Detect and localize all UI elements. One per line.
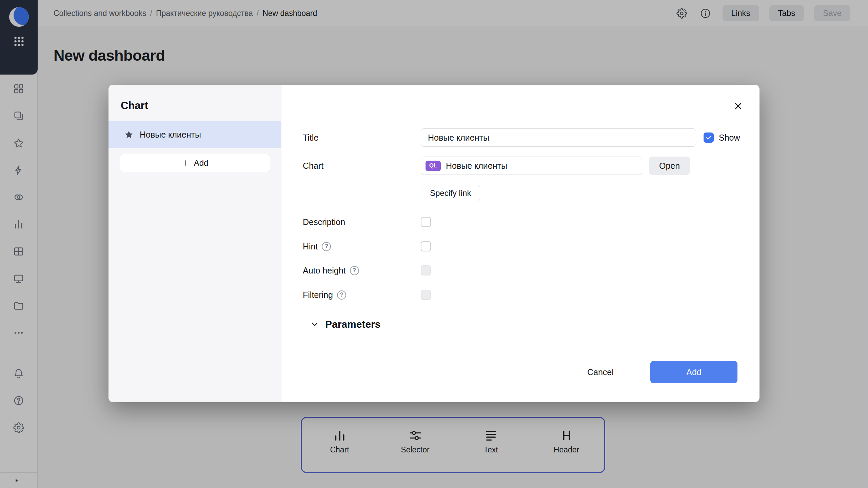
- chart-row: Chart QL Новые клиенты Open: [303, 157, 690, 175]
- chart-label: Chart: [303, 161, 421, 171]
- description-row: Description: [303, 217, 431, 227]
- add-item-label: Add: [194, 158, 209, 168]
- ql-badge: QL: [426, 161, 441, 171]
- auto-height-row: Auto height: [303, 265, 431, 276]
- star-icon: [124, 130, 134, 139]
- title-label: Title: [303, 133, 421, 143]
- help-icon[interactable]: [350, 266, 359, 275]
- help-icon[interactable]: [337, 290, 346, 300]
- open-chart-button[interactable]: Open: [649, 157, 690, 175]
- chart-select-value: Новые клиенты: [446, 161, 507, 171]
- screen: Collections and workbooks / Практические…: [0, 0, 868, 488]
- chart-list-item[interactable]: Новые клиенты: [108, 121, 281, 148]
- filtering-checkbox[interactable]: [421, 290, 431, 300]
- chevron-down-icon: [310, 320, 319, 329]
- hint-label: Hint: [303, 242, 318, 251]
- filtering-row: Filtering: [303, 290, 431, 300]
- dialog-form-panel: Title Show Chart QL Новые клиенты Open S…: [281, 85, 760, 402]
- show-title-checkbox[interactable]: [704, 133, 714, 143]
- check-icon: [705, 134, 712, 141]
- close-button[interactable]: [731, 99, 745, 113]
- filtering-label: Filtering: [303, 290, 333, 300]
- add-chart-item-button[interactable]: Add: [120, 154, 270, 172]
- add-button[interactable]: Add: [650, 361, 737, 383]
- chart-select-field[interactable]: QL Новые клиенты: [421, 157, 642, 175]
- title-input[interactable]: [421, 128, 696, 147]
- close-icon: [733, 101, 744, 111]
- dialog-title: Chart: [121, 100, 148, 112]
- description-checkbox[interactable]: [421, 217, 431, 227]
- help-icon[interactable]: [322, 242, 331, 251]
- add-chart-dialog: Chart Новые клиенты Add Title: [108, 85, 760, 402]
- hint-row: Hint: [303, 241, 431, 251]
- specify-link-button[interactable]: Specify link: [421, 185, 480, 201]
- show-title-label: Show: [719, 133, 740, 143]
- title-row: Title Show: [303, 128, 740, 147]
- chart-list-item-label: Новые клиенты: [140, 130, 201, 140]
- description-label: Description: [303, 217, 421, 227]
- parameters-label: Parameters: [325, 319, 380, 330]
- cancel-button[interactable]: Cancel: [579, 363, 622, 382]
- parameters-toggle[interactable]: Parameters: [310, 319, 380, 330]
- dialog-left-panel: Chart Новые клиенты Add: [108, 85, 281, 402]
- chart-list: Новые клиенты: [108, 121, 281, 148]
- plus-icon: [182, 159, 190, 167]
- hint-checkbox[interactable]: [421, 241, 431, 251]
- auto-height-label: Auto height: [303, 266, 346, 276]
- auto-height-checkbox[interactable]: [421, 265, 431, 276]
